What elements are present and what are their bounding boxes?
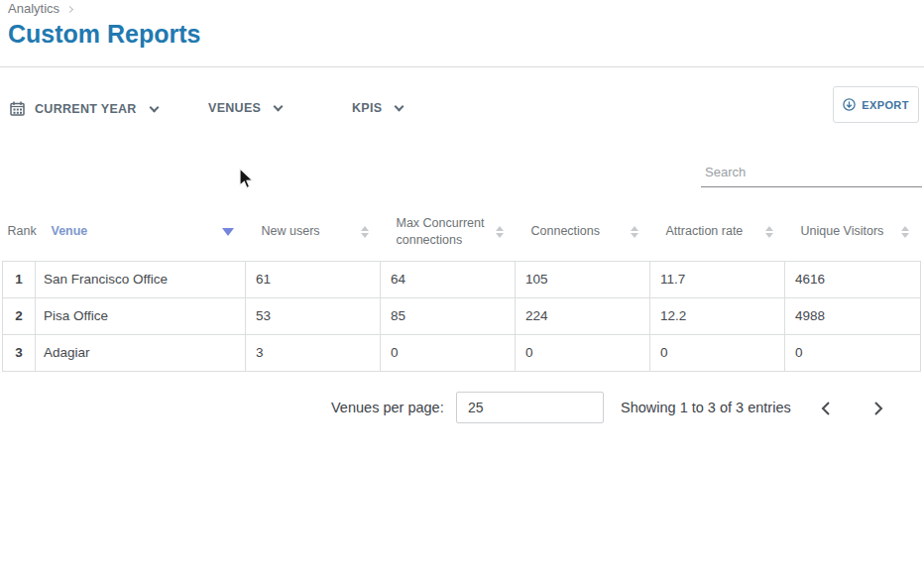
filter-kpis[interactable]: KPIS [352, 101, 403, 115]
sort-toggle-icon [496, 226, 504, 238]
venue-cell: Pisa Office [36, 297, 246, 334]
previous-page-button[interactable] [817, 400, 833, 417]
sort-toggle-icon [631, 226, 638, 238]
column-label: Rank [8, 223, 37, 240]
chevron-left-icon [820, 401, 831, 416]
export-button-label: EXPORT [862, 99, 909, 111]
attraction-rate-cell: 11.7 [650, 261, 785, 297]
column-header-connections[interactable]: Connections [516, 203, 650, 261]
breadcrumb-analytics-link[interactable]: Analytics [8, 1, 59, 16]
column-label: Connections [531, 223, 601, 240]
column-header-new-users[interactable]: New users [246, 203, 381, 261]
new-users-cell: 53 [246, 297, 381, 334]
filter-venues[interactable]: VENUES [208, 101, 282, 115]
entries-summary: Showing 1 to 3 of 3 entries [621, 392, 791, 424]
chevron-right-icon [873, 401, 884, 416]
sort-toggle-icon [765, 226, 773, 238]
mouse-cursor [238, 168, 256, 191]
filter-current-year[interactable]: CURRENT YEAR [10, 101, 158, 116]
max-concurrent-cell: 64 [381, 261, 516, 297]
filter-venues-label: VENUES [208, 101, 261, 115]
connections-cell: 224 [516, 297, 650, 334]
max-concurrent-cell: 85 [381, 297, 516, 334]
attraction-rate-cell: 0 [650, 334, 785, 371]
per-page-label: Venues per page: [331, 392, 444, 424]
sort-toggle-icon [361, 226, 369, 238]
chevron-down-icon [395, 102, 404, 112]
column-header-rank: Rank [3, 203, 36, 261]
filter-kpis-label: KPIS [352, 101, 382, 115]
custom-reports-page: Analytics Custom Reports CURRENT YEAR VE… [0, 0, 924, 580]
column-label: Max Concurrent connections [397, 215, 490, 249]
venue-cell: Adagiar [36, 334, 246, 371]
search-input[interactable] [701, 162, 922, 187]
chevron-down-icon [149, 102, 159, 112]
new-users-cell: 3 [246, 334, 381, 371]
rank-cell: 3 [3, 334, 36, 371]
column-header-attraction-rate[interactable]: Attraction rate [650, 203, 785, 261]
next-page-button[interactable] [870, 400, 886, 417]
rank-cell: 2 [3, 297, 36, 334]
per-page-input[interactable] [456, 392, 604, 423]
table-header-row: Rank Venue New users Max Conc [3, 203, 921, 261]
download-circle-icon [843, 98, 856, 111]
export-button[interactable]: EXPORT [833, 86, 919, 123]
column-label: Unique Visitors [801, 223, 884, 240]
max-concurrent-cell: 0 [381, 334, 516, 371]
column-header-max-concurrent-connections[interactable]: Max Concurrent connections [381, 203, 516, 261]
venue-cell: San Francisco Office [36, 261, 246, 297]
table-row: 1 San Francisco Office 61 64 105 11.7 46… [3, 261, 921, 297]
connections-cell: 105 [516, 261, 650, 297]
page-title: Custom Reports [8, 20, 200, 49]
filter-current-year-label: CURRENT YEAR [35, 102, 137, 116]
column-label: Venue [52, 223, 88, 240]
unique-visitors-cell: 4616 [785, 261, 921, 297]
header-divider [0, 66, 924, 67]
column-header-venue[interactable]: Venue [36, 203, 246, 261]
sort-toggle-icon [901, 226, 909, 238]
rank-cell: 1 [3, 261, 36, 297]
calendar-icon [10, 101, 25, 116]
sort-desc-icon [222, 228, 234, 236]
chevron-down-icon [274, 102, 284, 112]
unique-visitors-cell: 0 [785, 334, 921, 371]
unique-visitors-cell: 4988 [785, 297, 921, 334]
connections-cell: 0 [516, 334, 650, 371]
column-label: Attraction rate [666, 223, 744, 240]
pagination-bar: Venues per page: Showing 1 to 3 of 3 ent… [0, 392, 924, 425]
new-users-cell: 61 [246, 261, 381, 297]
chevron-right-icon [66, 5, 73, 12]
breadcrumb: Analytics [8, 1, 72, 16]
column-label: New users [262, 223, 320, 240]
table-row: 2 Pisa Office 53 85 224 12.2 4988 [3, 297, 921, 334]
table-row: 3 Adagiar 3 0 0 0 0 [3, 334, 921, 371]
column-header-unique-visitors[interactable]: Unique Visitors [785, 203, 921, 261]
attraction-rate-cell: 12.2 [650, 297, 785, 334]
venues-report-table: Rank Venue New users Max Conc [2, 203, 921, 372]
